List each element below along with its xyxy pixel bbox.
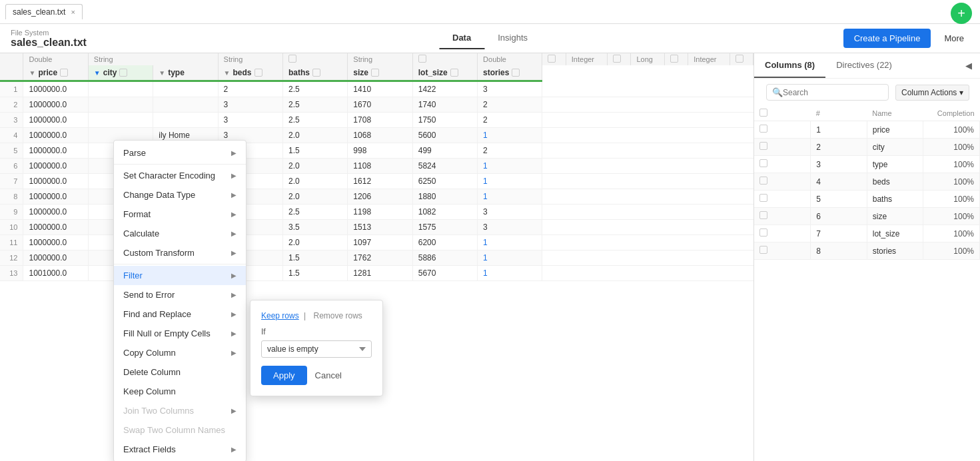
col-list-checkbox[interactable]	[754, 242, 811, 260]
cell-price: 1000000.0	[23, 220, 88, 235]
cell-lot-size: 6250	[412, 174, 477, 189]
col-list-checkbox[interactable]	[754, 121, 811, 139]
column-actions-button[interactable]: Column Actions ▾	[895, 85, 969, 101]
col-type-baths: String	[348, 53, 412, 65]
menu-item-arrow-icon: ▶	[231, 446, 237, 453]
menu-item-fill-null-or-empty-cells[interactable]: Fill Null or Empty Cells▶	[114, 324, 246, 343]
menu-item-keep-column[interactable]: Keep Column	[114, 382, 246, 401]
size-checkbox[interactable]	[371, 69, 379, 77]
col-list-num: 6	[811, 208, 867, 225]
col-size[interactable]: size	[348, 65, 412, 81]
tab-directives[interactable]: Directives (22)	[825, 53, 903, 78]
menu-item-find-and-replace[interactable]: Find and Replace▶	[114, 304, 246, 324]
cell-size: 1281	[348, 266, 412, 281]
add-button[interactable]: +	[951, 3, 972, 24]
menu-item-label: Send to Error	[123, 290, 175, 300]
col-stories[interactable]: stories	[478, 65, 542, 81]
list-item[interactable]: 4beds100%	[754, 173, 980, 191]
col-header-row: ▼ price ▼ city ▼	[0, 65, 753, 81]
menu-item-arrow-icon: ▶	[231, 149, 237, 157]
city-dropdown-icon[interactable]: ▼	[94, 69, 101, 77]
menu-item-parse[interactable]: Parse▶	[114, 143, 246, 163]
menu-item-extract-fields[interactable]: Extract Fields▶	[114, 440, 246, 459]
col-price-label: price	[38, 68, 57, 77]
list-item[interactable]: 2city100%	[754, 139, 980, 156]
cell-baths: 2.5	[282, 205, 347, 220]
city-checkbox[interactable]	[119, 69, 127, 77]
table-row: 21000000.032.5167017402	[0, 97, 753, 113]
cell-size: 1410	[348, 81, 412, 97]
menu-item-change-data-type[interactable]: Change Data Type▶	[114, 185, 246, 205]
cell-beds: 3	[218, 97, 282, 113]
beds-sort-icon[interactable]: ▼	[224, 69, 231, 77]
col-list-checkbox[interactable]	[754, 139, 811, 156]
menu-item-label: Calculate	[123, 229, 159, 238]
col-list-checkbox[interactable]	[754, 208, 811, 225]
type-row: Double String String String Double Integ…	[0, 53, 753, 65]
beds-checkbox[interactable]	[254, 69, 262, 77]
row-number: 12	[0, 250, 23, 266]
close-tab-button[interactable]: ×	[71, 8, 75, 16]
menu-item-format[interactable]: Format▶	[114, 205, 246, 224]
menu-item-join-two-columns: Join Two Columns▶	[114, 401, 246, 420]
filter-condition-select[interactable]: value is empty value is not empty value …	[261, 340, 372, 358]
keep-rows-link[interactable]: Keep rows	[261, 311, 299, 320]
menu-item-arrow-icon: ▶	[231, 407, 237, 414]
menu-item-calculate[interactable]: Calculate▶	[114, 224, 246, 243]
tab-data[interactable]: Data	[439, 27, 484, 49]
menu-item-send-to-error[interactable]: Send to Error▶	[114, 285, 246, 304]
cell-price: 1000000.0	[23, 97, 88, 113]
file-tab[interactable]: sales_clean.txt ×	[5, 4, 83, 19]
list-item[interactable]: 8stories100%	[754, 242, 980, 260]
search-input[interactable]	[783, 88, 883, 97]
more-button[interactable]: More	[939, 31, 969, 46]
cancel-button[interactable]: Cancel	[315, 370, 342, 380]
col-lot-size[interactable]: lot_size	[412, 65, 477, 81]
col-list-checkbox[interactable]	[754, 173, 811, 191]
cell-lot-size: 1422	[412, 81, 477, 97]
col-list-checkbox[interactable]	[754, 156, 811, 173]
col-price[interactable]: ▼ price	[23, 65, 88, 81]
col-type-size	[412, 53, 477, 65]
col-type[interactable]: ▼ type	[153, 65, 218, 81]
col-list-completion: 100%	[923, 191, 980, 208]
list-item[interactable]: 6size100%	[754, 208, 980, 225]
row-number: 13	[0, 266, 23, 281]
cell-city	[88, 97, 153, 113]
collapse-panel-button[interactable]: ◀	[957, 54, 980, 77]
apply-button[interactable]: Apply	[261, 366, 307, 385]
tab-insights[interactable]: Insights	[484, 27, 541, 49]
create-pipeline-button[interactable]: Create a Pipeline	[843, 29, 931, 48]
remove-rows-link[interactable]: Remove rows	[314, 311, 362, 320]
col-city[interactable]: ▼ city	[88, 65, 153, 81]
columns-table-header: # Name Completion	[754, 106, 980, 121]
menu-item-label: Set Character Encoding	[123, 171, 215, 181]
list-item[interactable]: 7lot_size100%	[754, 225, 980, 242]
col-beds[interactable]: ▼ beds	[218, 65, 282, 81]
menu-item-custom-transform[interactable]: Custom Transform▶	[114, 243, 246, 262]
cell-price: 1001000.0	[23, 266, 88, 281]
menu-item-delete-column[interactable]: Delete Column	[114, 362, 246, 382]
list-item[interactable]: 3type100%	[754, 156, 980, 173]
menu-item-set-character-encoding[interactable]: Set Character Encoding▶	[114, 166, 246, 185]
cell-stories: 3	[478, 81, 542, 97]
price-checkbox[interactable]	[60, 69, 68, 77]
price-sort-icon[interactable]: ▼	[29, 69, 35, 77]
lot-size-checkbox[interactable]	[450, 69, 458, 77]
cell-lot-size: 1575	[412, 220, 477, 235]
header-actions: Create a Pipeline More	[843, 29, 969, 48]
menu-item-arrow-icon: ▶	[231, 310, 237, 318]
menu-item-filter[interactable]: Filter▶	[114, 266, 246, 285]
page-title: sales_clean.txt	[11, 37, 87, 49]
list-item[interactable]: 1price100%	[754, 121, 980, 139]
tab-columns[interactable]: Columns (8)	[754, 53, 825, 78]
stories-checkbox[interactable]	[512, 69, 520, 77]
col-baths[interactable]: baths	[282, 65, 347, 81]
list-item[interactable]: 5baths100%	[754, 191, 980, 208]
col-list-checkbox[interactable]	[754, 225, 811, 242]
cell-price: 1000000.0	[23, 143, 88, 159]
baths-checkbox[interactable]	[312, 69, 320, 77]
col-list-checkbox[interactable]	[754, 191, 811, 208]
menu-item-copy-column[interactable]: Copy Column▶	[114, 343, 246, 362]
type-sort-icon[interactable]: ▼	[159, 69, 165, 77]
